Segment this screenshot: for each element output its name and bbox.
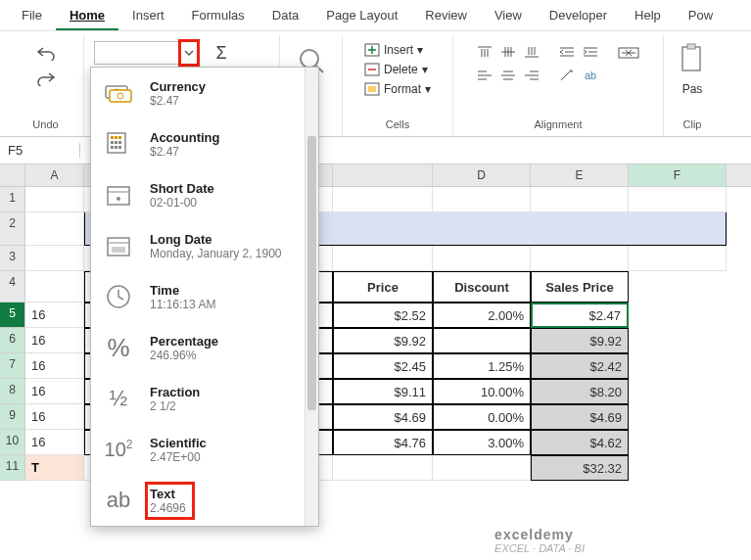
cell[interactable]: $32.32 bbox=[531, 455, 629, 481]
cell[interactable]: 0.00% bbox=[433, 404, 531, 430]
cell[interactable] bbox=[25, 187, 84, 212]
align-right-icon[interactable] bbox=[521, 65, 542, 86]
row-header[interactable]: 5 bbox=[0, 303, 25, 328]
undo-icon[interactable] bbox=[32, 41, 60, 65]
cell[interactable] bbox=[333, 246, 433, 271]
ribbon-tab-pow[interactable]: Pow bbox=[675, 2, 727, 30]
cell[interactable] bbox=[25, 271, 84, 303]
ribbon-tab-page layout[interactable]: Page Layout bbox=[312, 2, 411, 30]
number-format-option-currency[interactable]: Currency$2.47 bbox=[91, 68, 318, 118]
paste-icon[interactable] bbox=[677, 41, 708, 76]
cell[interactable]: Sales Price bbox=[531, 271, 629, 303]
cell[interactable] bbox=[433, 187, 531, 212]
cell[interactable]: 16 bbox=[25, 303, 84, 328]
cell[interactable]: $2.47 bbox=[531, 303, 629, 328]
orientation-icon[interactable] bbox=[556, 65, 578, 86]
align-middle-icon[interactable] bbox=[497, 41, 519, 63]
cell[interactable]: 16 bbox=[25, 379, 84, 404]
cell[interactable]: $8.20 bbox=[531, 379, 629, 404]
row-header[interactable]: 3 bbox=[0, 246, 25, 271]
row-header[interactable]: 1 bbox=[0, 187, 25, 212]
cell[interactable]: 16 bbox=[25, 404, 84, 430]
cell[interactable] bbox=[433, 246, 531, 271]
number-format-box[interactable] bbox=[94, 41, 180, 65]
cell[interactable]: 16 bbox=[25, 353, 84, 379]
align-bottom-icon[interactable] bbox=[521, 41, 542, 63]
scrollbar-thumb[interactable] bbox=[307, 136, 316, 410]
row-header[interactable]: 4 bbox=[0, 271, 25, 303]
cell[interactable] bbox=[629, 187, 727, 212]
cell[interactable]: 16 bbox=[25, 328, 84, 353]
cell[interactable]: $9.11 bbox=[333, 379, 433, 404]
cell[interactable]: 10.00% bbox=[433, 379, 531, 404]
select-all-corner[interactable] bbox=[0, 164, 25, 186]
ribbon-tab-view[interactable]: View bbox=[481, 2, 536, 30]
merge-center-icon[interactable] bbox=[615, 41, 642, 65]
decrease-indent-icon[interactable] bbox=[556, 41, 578, 63]
col-header[interactable]: F bbox=[629, 164, 727, 186]
number-format-option-accounting[interactable]: Accounting$2.47 bbox=[91, 118, 318, 169]
cell[interactable]: $2.52 bbox=[333, 303, 433, 328]
ribbon-tab-insert[interactable]: Insert bbox=[118, 2, 178, 30]
insert-button[interactable]: Insert ▾ bbox=[360, 41, 435, 59]
row-header[interactable]: 7 bbox=[0, 353, 25, 379]
col-header[interactable]: D bbox=[433, 164, 531, 186]
cell[interactable] bbox=[25, 246, 84, 271]
cell[interactable] bbox=[25, 212, 84, 246]
col-header[interactable]: E bbox=[531, 164, 629, 186]
cell[interactable]: $4.69 bbox=[531, 404, 629, 430]
delete-button[interactable]: Delete ▾ bbox=[360, 61, 435, 78]
cell[interactable] bbox=[333, 187, 433, 212]
number-format-option-text[interactable]: abText2.4696 bbox=[91, 475, 318, 526]
cell[interactable] bbox=[629, 246, 727, 271]
cell[interactable]: 16 bbox=[25, 430, 84, 455]
format-button[interactable]: Format ▾ bbox=[360, 80, 435, 98]
cell[interactable] bbox=[333, 455, 433, 481]
number-format-option-time[interactable]: Time11:16:13 AM bbox=[91, 271, 318, 322]
ribbon-tab-file[interactable]: File bbox=[8, 2, 56, 30]
cell[interactable]: $9.92 bbox=[531, 328, 629, 353]
align-center-icon[interactable] bbox=[497, 65, 519, 86]
cell[interactable]: Discount bbox=[433, 271, 531, 303]
cell[interactable]: 2.00% bbox=[433, 303, 531, 328]
ribbon-tab-developer[interactable]: Developer bbox=[536, 2, 621, 30]
number-format-dropdown-button[interactable] bbox=[180, 41, 198, 65]
ribbon-tab-data[interactable]: Data bbox=[258, 2, 312, 30]
col-header[interactable]: A bbox=[25, 164, 84, 186]
autosum-icon[interactable]: Σ bbox=[208, 41, 235, 65]
cell[interactable]: $4.69 bbox=[333, 404, 433, 430]
cell[interactable]: $4.62 bbox=[531, 430, 629, 455]
cell[interactable] bbox=[433, 455, 531, 481]
cell[interactable]: T bbox=[25, 455, 84, 481]
row-header[interactable]: 8 bbox=[0, 379, 25, 404]
ribbon-tab-formulas[interactable]: Formulas bbox=[178, 2, 258, 30]
number-format-option-fraction[interactable]: ½Fraction2 1/2 bbox=[91, 373, 318, 424]
ribbon-tab-review[interactable]: Review bbox=[411, 2, 481, 30]
cell[interactable]: $2.42 bbox=[531, 353, 629, 379]
cell[interactable] bbox=[531, 246, 629, 271]
ribbon-tab-help[interactable]: Help bbox=[621, 2, 675, 30]
scrollbar[interactable] bbox=[305, 68, 318, 526]
number-format-option-scientific[interactable]: 102Scientific2.47E+00 bbox=[91, 424, 318, 475]
row-header[interactable]: 2 bbox=[0, 212, 25, 246]
col-header[interactable] bbox=[333, 164, 433, 186]
wrap-text-icon[interactable]: ab bbox=[580, 65, 601, 86]
increase-indent-icon[interactable] bbox=[580, 41, 601, 63]
redo-icon[interactable] bbox=[32, 67, 60, 90]
row-header[interactable]: 10 bbox=[0, 430, 25, 455]
row-header[interactable]: 11 bbox=[0, 455, 25, 481]
ribbon-tab-home[interactable]: Home bbox=[56, 2, 118, 30]
cell[interactable] bbox=[433, 328, 531, 353]
row-header[interactable]: 9 bbox=[0, 404, 25, 430]
number-format-option-long-date[interactable]: Long DateMonday, January 2, 1900 bbox=[91, 220, 318, 271]
number-format-option-percentage[interactable]: %Percentage246.96% bbox=[91, 322, 318, 373]
cell[interactable]: $4.76 bbox=[333, 430, 433, 455]
cell[interactable]: Price bbox=[333, 271, 433, 303]
cell[interactable]: 3.00% bbox=[433, 430, 531, 455]
name-box[interactable]: F5 bbox=[0, 143, 80, 158]
cell[interactable] bbox=[531, 187, 629, 212]
row-header[interactable]: 6 bbox=[0, 328, 25, 353]
number-format-option-short-date[interactable]: Short Date02-01-00 bbox=[91, 169, 318, 220]
cell[interactable]: $2.45 bbox=[333, 353, 433, 379]
align-top-icon[interactable] bbox=[474, 41, 495, 63]
